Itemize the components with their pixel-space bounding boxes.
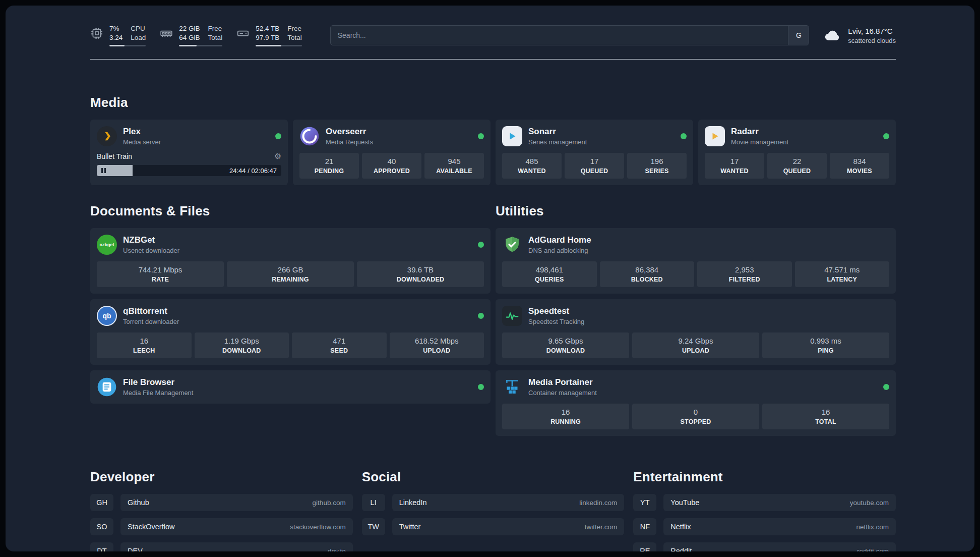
disk-label-2: Total bbox=[287, 33, 302, 42]
filebrowser-card[interactable]: File Browser Media File Management bbox=[90, 370, 491, 404]
dev-link[interactable]: DEV dev.to bbox=[120, 542, 353, 551]
qbittorrent-card[interactable]: qb qBittorrent Torrent downloader 16 LEE… bbox=[90, 299, 491, 365]
overseerr-icon bbox=[299, 126, 320, 146]
netflix-badge[interactable]: NF bbox=[633, 518, 656, 535]
nzbget-card[interactable]: nzbget NZBGet Usenet downloader 744.21 M… bbox=[90, 228, 491, 294]
plex-card[interactable]: Plex Media server Bullet Train ⚙ 24:44 /… bbox=[90, 120, 288, 185]
service-subtitle: Media Requests bbox=[326, 138, 373, 146]
nzbget-icon: nzbget bbox=[97, 235, 117, 255]
link-row-dev: DT DEV dev.to bbox=[90, 542, 353, 551]
service-name: Overseerr bbox=[326, 127, 373, 137]
disk-total: 97.9 TB bbox=[256, 33, 279, 42]
stackoverflow-link[interactable]: StackOverflow stackoverflow.com bbox=[120, 518, 353, 535]
status-dot bbox=[478, 242, 484, 248]
stat-filtered: 2,953 FILTERED bbox=[697, 261, 792, 287]
cpu-bar bbox=[109, 45, 146, 46]
github-link[interactable]: Github github.com bbox=[120, 494, 353, 511]
adguard-icon bbox=[502, 235, 522, 255]
link-row-stackoverflow: SO StackOverflow stackoverflow.com bbox=[90, 518, 353, 535]
weather-widget[interactable]: Lviv, 16.87°C scattered clouds bbox=[823, 26, 896, 44]
search-bar: G bbox=[330, 25, 810, 45]
dev-badge[interactable]: DT bbox=[90, 542, 113, 551]
service-name: AdGuard Home bbox=[528, 235, 591, 245]
cpu-label-1: CPU bbox=[131, 24, 146, 33]
service-subtitle: Usenet downloader bbox=[123, 247, 179, 254]
cpu-icon bbox=[90, 27, 103, 40]
service-subtitle: Media File Management bbox=[123, 389, 193, 397]
stat-downloaded: 39.6 TB DOWNLOADED bbox=[357, 261, 484, 287]
sonarr-icon bbox=[502, 126, 522, 146]
ram-bar bbox=[179, 45, 222, 46]
speedtest-icon bbox=[502, 306, 522, 326]
utilities-section: Utilities AdGuard Home bbox=[496, 203, 896, 436]
stat-latency: 47.571 ms LATENCY bbox=[795, 261, 890, 287]
media-heading: Media bbox=[90, 95, 896, 110]
stat-queued: 22 QUEUED bbox=[767, 153, 827, 179]
stat-stopped: 0 STOPPED bbox=[632, 404, 759, 429]
stat-running: 16 RUNNING bbox=[502, 404, 629, 429]
pause-icon[interactable] bbox=[101, 168, 106, 173]
entertainment-section: Entertainment YT YouTube youtube.com NF … bbox=[633, 469, 896, 551]
utilities-heading: Utilities bbox=[496, 203, 896, 219]
speedtest-card[interactable]: Speedtest Speedtest Tracking 9.65 Gbps D… bbox=[496, 299, 896, 365]
service-name: Speedtest bbox=[528, 306, 584, 316]
playback-progress-bar[interactable]: 24:44 / 02:06:47 bbox=[97, 165, 281, 176]
disk-label-1: Free bbox=[287, 24, 302, 33]
stat-ping: 0.993 ms PING bbox=[762, 332, 889, 358]
entertainment-heading: Entertainment bbox=[633, 469, 896, 485]
search-input[interactable] bbox=[331, 26, 788, 45]
radarr-card[interactable]: Radarr Movie management 17 WANTED 22 QUE… bbox=[698, 120, 896, 185]
developer-heading: Developer bbox=[90, 469, 353, 485]
service-subtitle: Series management bbox=[528, 138, 587, 146]
youtube-link[interactable]: YouTube youtube.com bbox=[663, 494, 896, 511]
link-row-youtube: YT YouTube youtube.com bbox=[633, 494, 896, 511]
service-subtitle: Media server bbox=[123, 138, 161, 146]
disk-free: 52.4 TB bbox=[256, 24, 279, 33]
social-section: Social LI LinkedIn linkedin.com TW Twitt… bbox=[362, 469, 625, 551]
stackoverflow-badge[interactable]: SO bbox=[90, 518, 113, 535]
stat-seed: 471 SEED bbox=[292, 332, 387, 358]
reddit-badge[interactable]: RE bbox=[633, 542, 656, 551]
ram-icon bbox=[160, 27, 173, 40]
github-badge[interactable]: GH bbox=[90, 494, 113, 511]
ram-total: 64 GiB bbox=[179, 33, 200, 42]
cpu-load: 3.24 bbox=[109, 33, 122, 42]
stat-leech: 16 LEECH bbox=[97, 332, 192, 358]
adguard-card[interactable]: AdGuard Home DNS and adblocking 498,461 … bbox=[496, 228, 896, 294]
developer-section: Developer GH Github github.com SO StackO… bbox=[90, 469, 353, 551]
topbar-divider bbox=[90, 59, 896, 60]
twitter-link[interactable]: Twitter twitter.com bbox=[392, 518, 625, 535]
ram-metric: 22 GiB Free 64 GiB Total bbox=[160, 24, 222, 46]
filebrowser-icon bbox=[97, 377, 117, 397]
disk-metric: 52.4 TB Free 97.9 TB Total bbox=[236, 24, 302, 46]
stat-wanted: 17 WANTED bbox=[705, 153, 764, 179]
ram-free: 22 GiB bbox=[179, 24, 200, 33]
top-bar: 7% CPU 3.24 Load 22 GiB Free 64 GiB Tota… bbox=[90, 24, 896, 46]
search-engine-button[interactable]: G bbox=[788, 26, 809, 45]
reddit-link[interactable]: Reddit reddit.com bbox=[663, 542, 896, 551]
sonarr-card[interactable]: Sonarr Series management 485 WANTED 17 Q… bbox=[496, 120, 693, 185]
linkedin-badge[interactable]: LI bbox=[362, 494, 385, 511]
status-dot bbox=[478, 384, 484, 390]
stat-movies: 834 MOVIES bbox=[830, 153, 889, 179]
status-dot bbox=[478, 313, 484, 319]
status-dot bbox=[478, 133, 484, 139]
portainer-icon bbox=[502, 377, 522, 397]
youtube-badge[interactable]: YT bbox=[633, 494, 656, 511]
link-row-linkedin: LI LinkedIn linkedin.com bbox=[362, 494, 625, 511]
portainer-card[interactable]: Media Portainer Container management 16 … bbox=[496, 370, 896, 436]
linkedin-link[interactable]: LinkedIn linkedin.com bbox=[392, 494, 625, 511]
service-name: Plex bbox=[123, 127, 161, 137]
twitter-badge[interactable]: TW bbox=[362, 518, 385, 535]
plex-icon bbox=[97, 126, 117, 146]
documents-section: Documents & Files nzbget NZBGet Usenet d… bbox=[90, 203, 491, 436]
media-section: Media Plex Media server Bullet Train ⚙ bbox=[90, 95, 896, 185]
now-playing-title: Bullet Train bbox=[97, 152, 132, 160]
gear-icon[interactable]: ⚙ bbox=[274, 152, 281, 160]
stat-queued: 17 QUEUED bbox=[565, 153, 624, 179]
service-subtitle: DNS and adblocking bbox=[528, 247, 591, 254]
overseerr-card[interactable]: Overseerr Media Requests 21 PENDING 40 A… bbox=[293, 120, 491, 185]
disk-icon bbox=[236, 27, 250, 40]
service-name: Media Portainer bbox=[528, 377, 597, 387]
netflix-link[interactable]: Netflix netflix.com bbox=[663, 518, 896, 535]
